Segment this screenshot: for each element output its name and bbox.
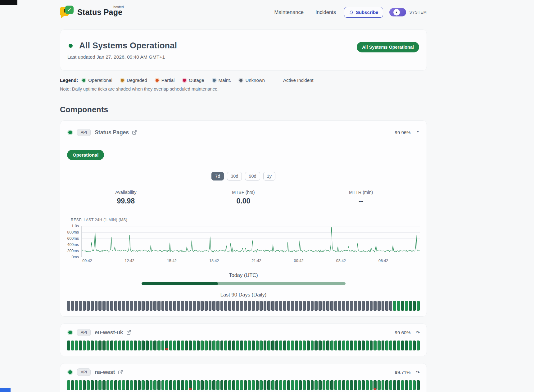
uptime-tick[interactable] xyxy=(279,341,282,350)
uptime-tick[interactable] xyxy=(319,380,322,390)
uptime-tick[interactable] xyxy=(275,380,278,390)
uptime-tick[interactable] xyxy=(114,341,117,350)
uptime-tick[interactable] xyxy=(130,341,133,350)
uptime-tick[interactable] xyxy=(417,301,420,311)
uptime-tick[interactable] xyxy=(110,380,113,390)
uptime-tick[interactable] xyxy=(291,301,294,311)
uptime-tick[interactable] xyxy=(409,380,412,390)
uptime-tick[interactable] xyxy=(303,341,306,350)
uptime-tick[interactable] xyxy=(264,380,267,390)
uptime-tick[interactable] xyxy=(181,341,184,350)
uptime-tick[interactable] xyxy=(224,380,227,390)
uptime-tick[interactable] xyxy=(366,341,369,350)
uptime-tick[interactable] xyxy=(150,380,153,390)
uptime-tick[interactable] xyxy=(169,380,172,390)
uptime-tick[interactable] xyxy=(295,301,298,311)
uptime-tick[interactable] xyxy=(401,380,404,390)
uptime-tick[interactable] xyxy=(165,301,168,311)
uptime-tick[interactable] xyxy=(397,380,400,390)
uptime-tick[interactable] xyxy=(413,341,416,350)
uptime-tick[interactable] xyxy=(177,341,180,350)
uptime-tick[interactable] xyxy=(216,341,219,350)
uptime-tick[interactable] xyxy=(354,301,357,311)
uptime-tick[interactable] xyxy=(291,341,294,350)
uptime-tick[interactable] xyxy=(303,380,306,390)
uptime-tick[interactable] xyxy=(342,301,345,311)
uptime-tick[interactable] xyxy=(79,301,82,311)
uptime-tick[interactable] xyxy=(138,380,141,390)
uptime-tick[interactable] xyxy=(350,301,353,311)
uptime-tick[interactable] xyxy=(378,380,381,390)
uptime-tick[interactable] xyxy=(138,341,141,350)
uptime-tick[interactable] xyxy=(370,301,373,311)
uptime-tick[interactable] xyxy=(373,341,377,350)
brand-logo-icon[interactable]: ! ✓ xyxy=(60,6,74,19)
uptime-tick[interactable] xyxy=(267,301,270,311)
uptime-tick[interactable] xyxy=(232,341,235,350)
uptime-tick[interactable] xyxy=(130,380,133,390)
uptime-tick[interactable] xyxy=(114,301,117,311)
uptime-tick[interactable] xyxy=(197,301,200,311)
uptime-tick[interactable] xyxy=(126,341,129,350)
uptime-tick[interactable] xyxy=(385,380,388,390)
uptime-tick[interactable] xyxy=(95,380,98,390)
uptime-tick[interactable] xyxy=(323,380,326,390)
uptime-tick[interactable] xyxy=(177,380,180,390)
uptime-tick[interactable] xyxy=(358,341,361,350)
uptime-tick[interactable] xyxy=(311,301,314,311)
uptime-tick[interactable] xyxy=(315,380,318,390)
uptime-tick[interactable] xyxy=(122,301,125,311)
uptime-tick[interactable] xyxy=(236,380,239,390)
uptime-tick[interactable] xyxy=(232,380,235,390)
uptime-tick[interactable] xyxy=(397,301,400,311)
uptime-tick[interactable] xyxy=(209,341,212,350)
uptime-tick[interactable] xyxy=(358,380,361,390)
uptime-tick[interactable] xyxy=(311,380,314,390)
uptime-tick[interactable] xyxy=(173,341,176,350)
uptime-tick[interactable] xyxy=(102,341,106,350)
uptime-tick[interactable] xyxy=(224,301,227,311)
uptime-tick[interactable] xyxy=(181,380,184,390)
nav-link-incidents[interactable]: Incidents xyxy=(315,9,336,15)
uptime-tick[interactable] xyxy=(98,341,102,350)
uptime-tick[interactable] xyxy=(189,380,192,390)
uptime-tick[interactable] xyxy=(201,301,204,311)
uptime-tick[interactable] xyxy=(130,301,133,311)
uptime-tick[interactable] xyxy=(212,301,215,311)
uptime-tick[interactable] xyxy=(256,301,259,311)
uptime-tick[interactable] xyxy=(228,380,231,390)
uptime-tick[interactable] xyxy=(220,341,224,350)
uptime-tick[interactable] xyxy=(79,380,82,390)
uptime-tick[interactable] xyxy=(279,380,282,390)
uptime-tick[interactable] xyxy=(91,380,94,390)
uptime-tick[interactable] xyxy=(319,301,322,311)
uptime-tick[interactable] xyxy=(244,341,247,350)
uptime-tick[interactable] xyxy=(185,380,188,390)
uptime-tick[interactable] xyxy=(205,380,208,390)
uptime-tick[interactable] xyxy=(393,341,396,350)
uptime-tick[interactable] xyxy=(271,301,274,311)
uptime-tick[interactable] xyxy=(232,301,235,311)
uptime-tick[interactable] xyxy=(220,301,224,311)
uptime-tick[interactable] xyxy=(67,380,70,390)
uptime-tick[interactable] xyxy=(169,301,172,311)
component-name-link[interactable]: eu-west-uk xyxy=(95,329,123,336)
uptime-tick[interactable] xyxy=(150,301,153,311)
uptime-tick[interactable] xyxy=(271,380,274,390)
uptime-tick[interactable] xyxy=(71,341,74,350)
uptime-tick[interactable] xyxy=(350,380,353,390)
uptime-tick[interactable] xyxy=(417,380,420,390)
uptime-tick[interactable] xyxy=(382,341,385,350)
uptime-tick[interactable] xyxy=(378,301,381,311)
uptime-tick[interactable] xyxy=(102,380,106,390)
range-button-30d[interactable]: 30d xyxy=(227,172,242,180)
uptime-tick[interactable] xyxy=(142,341,145,350)
uptime-tick[interactable] xyxy=(248,380,251,390)
uptime-tick[interactable] xyxy=(118,341,121,350)
uptime-tick[interactable] xyxy=(110,341,113,350)
uptime-tick[interactable] xyxy=(150,341,153,350)
uptime-tick[interactable] xyxy=(67,341,70,350)
uptime-tick[interactable] xyxy=(323,301,326,311)
uptime-tick[interactable] xyxy=(201,341,204,350)
uptime-tick[interactable] xyxy=(106,341,110,350)
